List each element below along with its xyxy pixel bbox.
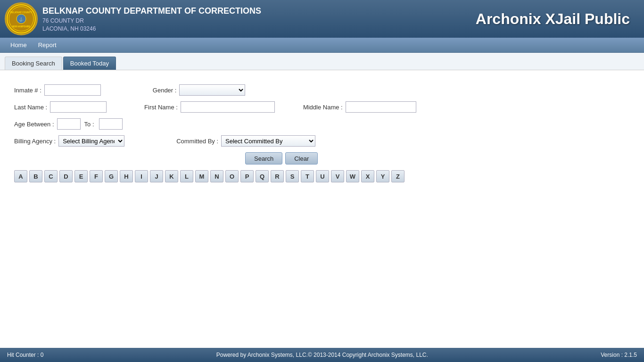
alpha-btn-c[interactable]: C <box>44 170 58 182</box>
form-row-1: Inmate # : Gender : Male Female <box>14 84 630 96</box>
middlename-input[interactable] <box>346 101 416 113</box>
inmate-input[interactable] <box>44 84 101 96</box>
age-label: Age Between : <box>14 121 54 128</box>
billing-group: Billing Agency : Select Billing Agency <box>14 135 124 147</box>
nav-report[interactable]: Report <box>33 38 62 53</box>
alpha-btn-a[interactable]: A <box>14 170 27 182</box>
hit-counter: Hit Counter : 0 <box>7 352 43 358</box>
lastname-label: Last Name : <box>14 104 47 111</box>
svg-text:BELKNAP COUNTY: BELKNAP COUNTY <box>10 11 33 14</box>
alpha-btn-w[interactable]: W <box>346 170 359 182</box>
alpha-btn-f[interactable]: F <box>90 170 103 182</box>
form-row-3: Age Between : To : <box>14 118 630 130</box>
agency-seal: BELKNAP COUNTY NEW HAMPSHIRE ⚓ <box>5 2 38 35</box>
footer: Hit Counter : 0 Powered by Archonix Syst… <box>0 348 644 362</box>
form-row-4: Billing Agency : Select Billing Agency C… <box>14 135 630 147</box>
alpha-btn-h[interactable]: H <box>120 170 133 182</box>
alpha-btn-o[interactable]: O <box>225 170 239 182</box>
alpha-btn-d[interactable]: D <box>59 170 73 182</box>
committed-group: Committed By : Select Committed By <box>176 135 315 147</box>
lastname-group: Last Name : <box>14 101 107 113</box>
app-brand: Archonix XJail Public <box>476 10 630 28</box>
alpha-btn-m[interactable]: M <box>195 170 208 182</box>
inmate-label: Inmate # : <box>14 87 41 94</box>
alpha-btn-p[interactable]: P <box>240 170 254 182</box>
nav-home[interactable]: Home <box>5 38 33 53</box>
alpha-btn-x[interactable]: X <box>361 170 374 182</box>
svg-text:NEW HAMPSHIRE: NEW HAMPSHIRE <box>12 25 31 28</box>
alpha-btn-q[interactable]: Q <box>256 170 269 182</box>
age-to-label: To : <box>84 121 94 128</box>
dept-address-line1: 76 COUNTY DR <box>42 17 476 24</box>
billing-label: Billing Agency : <box>14 138 56 145</box>
middlename-group: Middle Name : <box>303 101 416 113</box>
alphabet-row: ABCDEFGHIJKLMNOPQRSTUVWXYZ <box>14 170 630 182</box>
alpha-btn-i[interactable]: I <box>135 170 148 182</box>
alpha-btn-y[interactable]: Y <box>376 170 389 182</box>
firstname-label: First Name : <box>144 104 178 111</box>
middlename-label: Middle Name : <box>303 104 343 111</box>
dept-name: BELKNAP COUNTY DEPARTMENT OF CORRECTIONS <box>42 6 476 16</box>
age-from-input[interactable] <box>57 118 81 130</box>
firstname-group: First Name : <box>144 101 275 113</box>
version: Version : 2.1.5 <box>601 352 637 358</box>
alpha-btn-z[interactable]: Z <box>391 170 405 182</box>
inmate-group: Inmate # : <box>14 84 101 96</box>
alpha-btn-g[interactable]: G <box>105 170 118 182</box>
powered-by: Powered by Archonix Systems, LLC.© 2013-… <box>216 352 428 358</box>
alpha-btn-k[interactable]: K <box>165 170 178 182</box>
alpha-btn-n[interactable]: N <box>210 170 223 182</box>
age-group: Age Between : To : <box>14 118 123 130</box>
search-button[interactable]: Search <box>245 152 282 165</box>
alpha-btn-u[interactable]: U <box>316 170 329 182</box>
search-form: Inmate # : Gender : Male Female Last Nam… <box>14 84 630 182</box>
alpha-btn-b[interactable]: B <box>29 170 42 182</box>
tab-booking-search[interactable]: Booking Search <box>5 57 62 70</box>
header: BELKNAP COUNTY NEW HAMPSHIRE ⚓ BELKNAP C… <box>0 0 644 38</box>
age-to-input[interactable] <box>99 118 123 130</box>
alpha-btn-r[interactable]: R <box>271 170 284 182</box>
gender-group: Gender : Male Female <box>153 84 246 96</box>
committed-select[interactable]: Select Committed By <box>221 135 315 147</box>
billing-select[interactable]: Select Billing Agency <box>58 135 124 147</box>
svg-text:⚓: ⚓ <box>19 17 24 22</box>
alpha-btn-v[interactable]: V <box>331 170 344 182</box>
header-text: BELKNAP COUNTY DEPARTMENT OF CORRECTIONS… <box>42 6 476 32</box>
alpha-btn-s[interactable]: S <box>286 170 299 182</box>
alpha-btn-l[interactable]: L <box>180 170 193 182</box>
form-row-2: Last Name : First Name : Middle Name : <box>14 101 630 113</box>
gender-select[interactable]: Male Female <box>179 84 245 96</box>
main-content: Inmate # : Gender : Male Female Last Nam… <box>0 70 644 344</box>
gender-label: Gender : <box>153 87 177 94</box>
alpha-btn-e[interactable]: E <box>74 170 88 182</box>
lastname-input[interactable] <box>50 101 107 113</box>
dept-address-line2: LACONIA, NH 03246 <box>42 25 476 32</box>
clear-button[interactable]: Clear <box>285 152 318 165</box>
navbar: Home Report <box>0 38 644 53</box>
tabs-container: Booking Search Booked Today <box>0 53 644 70</box>
committed-label: Committed By : <box>176 138 218 145</box>
alpha-btn-t[interactable]: T <box>301 170 314 182</box>
tab-booked-today[interactable]: Booked Today <box>63 57 116 70</box>
firstname-input[interactable] <box>181 101 275 113</box>
alpha-btn-j[interactable]: J <box>150 170 163 182</box>
form-row-buttons: Search Clear <box>245 152 630 165</box>
